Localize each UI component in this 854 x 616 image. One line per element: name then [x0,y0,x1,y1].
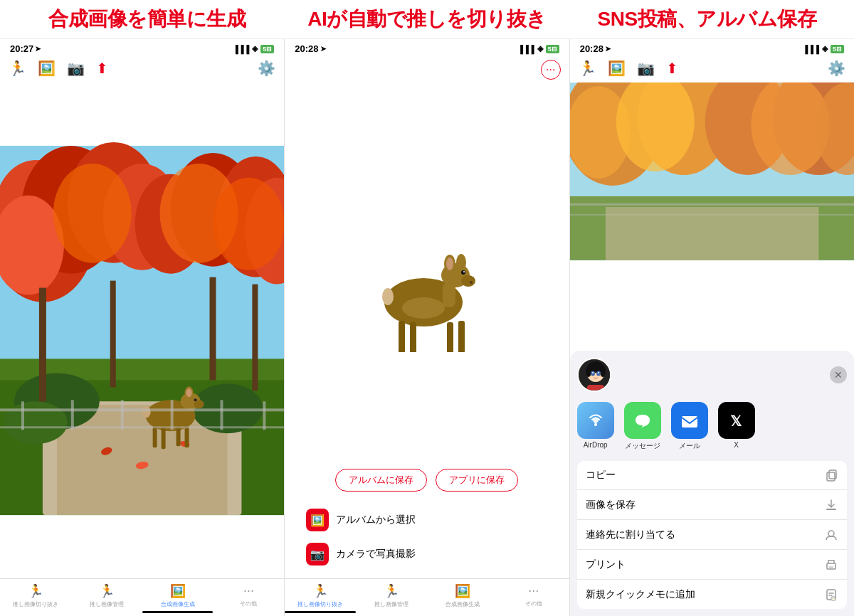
svg-rect-59 [399,321,405,352]
share-sheet-area: ✕ [570,260,854,616]
svg-rect-35 [162,426,166,449]
photo-icon-3[interactable]: 🖼️ [608,60,626,77]
menu-assign-contact[interactable]: 連絡先に割り当てる [577,521,847,550]
svg-rect-41 [21,401,24,430]
share-sheet: ✕ [570,351,854,616]
svg-point-54 [461,270,465,275]
menu-row-camera[interactable]: 📷 カメラで写真撮影 [292,537,562,571]
svg-point-53 [456,254,466,271]
toolbar-1: 🏃 🖼️ 📷 ⬆ ⚙️ [0,57,284,83]
svg-point-32 [186,388,192,397]
share-apps-row: AirDrop メッセージ [577,399,847,454]
share-airdrop[interactable]: AirDrop [577,402,614,451]
signal-icon: ▐▐▐ [233,45,249,53]
tab-item-1-3[interactable]: 🖼️ 合成画像生成 [142,583,214,613]
share-preview-avatar [577,358,611,392]
menu-copy[interactable]: コピー [577,461,847,490]
toolbar-3: 🏃 🖼️ 📷 ⬆ ⚙️ [570,57,854,83]
tab-item-2-1[interactable]: 🏃 推し画像切り抜き [285,583,356,613]
svg-text:𝕏: 𝕏 [730,413,742,429]
svg-point-86 [600,366,606,377]
tab-bar-2: 🏃 推し画像切り抜き 🏃 推し画像管理 🖼️ 合成画像生成 ··· その他 [285,578,569,616]
svg-point-90 [598,372,599,373]
save-album-btn[interactable]: アルバムに保存 [335,469,427,492]
header-title-2: AIが自動で推しを切り抜き [287,6,566,33]
menu-row-album[interactable]: 🖼️ アルバムから選択 [292,503,562,537]
gear-icon[interactable]: ⚙️ [258,60,275,77]
tab-item-1-4[interactable]: ··· その他 [213,583,284,613]
svg-rect-44 [171,400,174,430]
airdrop-icon [577,402,614,439]
tab-underline-2 [285,611,356,613]
camera-menu-icon: 📷 [306,543,329,565]
header-title-3: SNS投稿、アルバム保存 [567,6,847,33]
toolbar-2: ··· [285,57,569,85]
tab-item-2-4[interactable]: ··· その他 [498,583,569,613]
more-dots-btn[interactable]: ··· [541,60,561,80]
save-app-btn[interactable]: アプリに保存 [436,469,518,492]
svg-point-52 [446,257,453,270]
share-icon[interactable]: ⬆ [96,60,108,77]
tab-icon-compose-1: 🖼️ [170,583,186,599]
status-bar-1: 20:27 ➤ ▐▐▐ ◈ 5⊟ [0,39,284,57]
print-icon [824,558,838,572]
svg-point-66 [402,297,445,319]
svg-rect-46 [263,401,265,430]
save-icon [824,498,838,512]
header-banner: 合成画像を簡単に生成 AIが自動で推しを切り抜き SNS投稿、アルバム保存 [0,0,854,39]
svg-rect-99 [826,509,836,510]
menu-quick-memo[interactable]: 新規クイックメモに追加 [577,580,847,609]
camera-icon-3[interactable]: 📷 [637,60,655,77]
share-close-btn[interactable]: ✕ [830,366,847,383]
location-icon-2: ➤ [320,45,326,53]
svg-rect-95 [682,416,697,428]
tab-label-1-1: 推し画像切り抜き [13,600,58,608]
tab-item-2-3[interactable]: 🖼️ 合成画像生成 [427,583,498,613]
battery-3: 5⊟ [831,45,844,53]
gear-icon-3[interactable]: ⚙️ [828,60,845,77]
signal-icon-3: ▐▐▐ [803,45,819,53]
run-icon[interactable]: 🏃 [9,60,26,77]
mail-icon [671,402,708,439]
camera-icon[interactable]: 📷 [67,60,85,77]
run-icon-3[interactable]: 🏃 [579,60,596,77]
share-icon-3[interactable]: ⬆ [666,60,678,77]
tab-label-2-2: 推し画像管理 [374,600,408,608]
svg-rect-43 [121,400,124,430]
svg-point-56 [470,281,473,284]
menu-save-label: 画像を保存 [586,499,636,511]
messages-label: メッセージ [625,441,660,451]
svg-rect-58 [458,321,465,352]
svg-rect-57 [447,322,453,352]
tab-item-1-2[interactable]: 🏃 推し画像管理 [71,583,142,613]
tab-icon-run-2: 🏃 [312,583,328,599]
menu-print[interactable]: プリント [577,551,847,580]
messages-icon [624,402,661,439]
status-bar-3: 20:28 ➤ ▐▐▐ ◈ 5⊟ [570,39,854,57]
share-messages[interactable]: メッセージ [624,402,661,451]
svg-point-89 [592,372,594,373]
menu-print-label: プリント [586,558,626,571]
status-icons-3: ▐▐▐ ◈ 5⊟ [803,44,844,53]
tab-label-1-2: 推し画像管理 [90,600,124,608]
svg-point-20 [213,178,284,270]
svg-rect-25 [110,281,116,388]
tab-item-2-2[interactable]: 🏃 推し画像管理 [356,583,427,613]
photo-icon[interactable]: 🖼️ [38,60,56,77]
share-x[interactable]: 𝕏 X [718,402,755,451]
svg-rect-24 [39,288,46,402]
svg-rect-34 [153,426,157,447]
tab-item-1-1[interactable]: 🏃 推し画像切り抜き [0,583,71,613]
menu-save-image[interactable]: 画像を保存 [577,491,847,520]
tab-label-1-4: その他 [240,600,257,607]
x-icon: 𝕏 [718,402,755,439]
share-menu-group: コピー 画像を保存 連絡先に割り当てる プリント [577,461,847,609]
time-1: 20:27 ➤ [10,43,41,54]
action-buttons: アルバムに保存 アプリに保存 [335,469,518,492]
location-icon-3: ➤ [605,45,611,53]
panel3-scene [570,83,854,260]
wifi-icon: ◈ [252,44,258,53]
svg-rect-102 [829,566,833,568]
svg-rect-42 [71,400,74,430]
share-mail[interactable]: メール [671,402,708,451]
